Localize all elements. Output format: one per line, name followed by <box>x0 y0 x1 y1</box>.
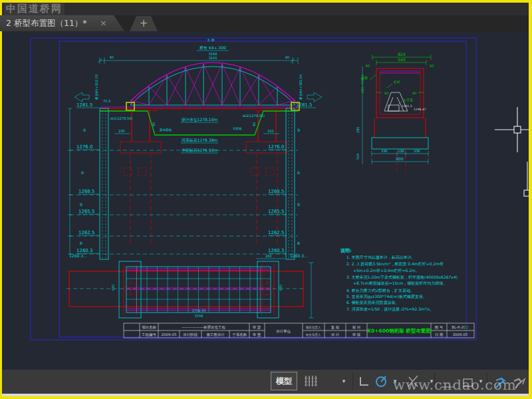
svg-text:桥长 K4+.300: 桥长 K4+.300 <box>199 45 226 50</box>
drawing-tab[interactable]: 2 桥型布置图（11）* × <box>0 15 124 31</box>
status-bar: 模型 ▾ ▾ <box>2 370 529 394</box>
svg-text:BL-6-2(1): BL-6-2(1) <box>452 325 469 329</box>
svg-text:+5m+0.2m带+0.4m栏杆=6.2m。: +5m+0.2m带+0.4m栏杆=6.2m。 <box>353 268 420 273</box>
polar-tracking-icon <box>373 373 389 389</box>
annotation-scale-button[interactable] <box>490 372 509 390</box>
svg-text:650: 650 <box>279 284 283 291</box>
app-inner: 中国道桥网 2 桥型布置图（11）* × + 主 桥 桥长 K4+.300 31… <box>2 3 529 396</box>
grid-display-button[interactable] <box>301 372 319 390</box>
svg-text:1281.5: 1281.5 <box>76 102 93 108</box>
file-tab-bar: 2 桥型布置图（11）* × + <box>2 15 529 31</box>
title-block: 项目名称 ——————桥梁改造工程 审 定 工程编号 2009-05 设计阶段 … <box>124 323 474 338</box>
svg-text:设计水位1278.10m: 设计水位1278.10m <box>182 117 218 122</box>
svg-text:⑥: ⑥ <box>297 241 300 245</box>
crosshair-cursor <box>495 107 529 152</box>
new-tab-button[interactable]: + <box>130 16 158 31</box>
snap-dropdown[interactable]: ▾ <box>339 372 348 390</box>
svg-text:专业负责人: 专业负责人 <box>306 333 321 336</box>
svg-text:③: ③ <box>82 128 86 132</box>
autoscale-icon <box>460 374 474 388</box>
app-window: 中国道桥网 2 桥型布置图（11）* × + 主 桥 桥长 K4+.300 31… <box>0 0 532 399</box>
model-space-button[interactable]: 模型 <box>271 372 297 390</box>
left-abutment <box>120 110 161 246</box>
autoscale-button[interactable] <box>459 372 475 390</box>
annotation-scale-icon <box>491 372 508 390</box>
annotation-pencil-icon <box>439 373 455 389</box>
polar-dropdown[interactable]: ▾ <box>390 372 400 390</box>
borehole-left <box>100 108 108 259</box>
svg-text:图 号: 图 号 <box>435 325 444 330</box>
title-bar: 中国道桥网 <box>2 3 529 15</box>
svg-text:+8.7cm桥面铺装层=15cm，钢桁架杆件均为焊接。: +8.7cm桥面铺装层=15cm，钢桁架杆件均为焊接。 <box>353 281 448 286</box>
svg-text:1262.5: 1262.5 <box>78 230 95 235</box>
ortho-icon <box>357 374 370 388</box>
right-arrow-icon <box>307 92 322 102</box>
svg-text:审 查: 审 查 <box>253 332 261 336</box>
autoscale-dropdown[interactable]: ▾ <box>476 372 485 390</box>
svg-text:K0+600钢桁架 桥型布置图: K0+600钢桁架 桥型布置图 <box>367 328 431 334</box>
svg-text:人行道: 人行道 <box>403 98 413 102</box>
svg-text:7. 河床纵坡=1/50，设计流量 /2%=92.3m³/s: 7. 河床纵坡=1/50，设计流量 /2%=92.3m³/s。 <box>346 307 434 312</box>
svg-text:复 核: 复 核 <box>331 325 340 330</box>
grid-icon <box>303 374 317 388</box>
workspace-icon <box>510 372 527 390</box>
svg-text:60: 60 <box>366 64 370 68</box>
right-abutment <box>246 110 287 246</box>
svg-text:504: 504 <box>356 153 360 160</box>
left-arrow-icon <box>74 92 89 102</box>
svg-text:项目名称: 项目名称 <box>142 325 157 330</box>
svg-text:40: 40 <box>412 91 416 95</box>
svg-text:桥台K4+382.64: 桥台K4+382.64 <box>299 74 303 100</box>
deck-bearing-blocks <box>126 102 299 110</box>
svg-text:栏杆: 栏杆 <box>393 80 400 84</box>
svg-text:1262.5: 1262.5 <box>268 230 285 235</box>
notes-block: 说明: 1. 本图尺寸均以厘米计，标高以米计。 2. 2. 人群荷载3.5kn/… <box>340 248 458 312</box>
svg-text:河床线: 河床线 <box>233 127 242 130</box>
svg-text:2009.05: 2009.05 <box>453 332 468 336</box>
svg-text:工程编号: 工程编号 <box>142 332 157 337</box>
tab-close-icon[interactable]: × <box>100 15 107 31</box>
svg-text:1268.5: 1268.5 <box>78 189 95 194</box>
cross-section-view: 820 540 60 60 40 40 悬臂 栏杆 人行道 290~559.3 … <box>356 52 434 172</box>
model-space-canvas[interactable]: 主 桥 桥长 K4+.300 3168 3100 40 40 桥台K4+302.… <box>2 31 529 370</box>
svg-text:1281.5: 1281.5 <box>296 102 313 108</box>
edge-glyph <box>524 162 529 196</box>
annotation-visibility-button[interactable] <box>438 372 456 390</box>
svg-text:40: 40 <box>384 91 388 95</box>
svg-text:⑤: ⑤ <box>297 202 300 207</box>
svg-text:40: 40 <box>110 55 114 59</box>
svg-text:1265.5: 1265.5 <box>268 209 285 214</box>
svg-text:260: 260 <box>265 254 272 258</box>
svg-text:40: 40 <box>285 55 289 59</box>
svg-text:施工图设计: 施工图设计 <box>206 332 225 337</box>
svg-text:336: 336 <box>414 149 420 153</box>
svg-text:设 计: 设 计 <box>331 332 340 336</box>
plan-view: 1260.3… 1260.3… 260 1704.33 3708 650 650 <box>66 251 314 318</box>
polar-tracking-button[interactable] <box>372 372 390 390</box>
drawing-tab-label: 2 桥型布置图（11）* <box>6 18 87 28</box>
svg-text:河床标高1278.38m: 河床标高1278.38m <box>182 138 218 143</box>
svg-text:zk2(1278.56): zk2(1278.56) <box>243 114 265 118</box>
svg-text:设计单位: 设计单位 <box>276 329 291 333</box>
site-watermark: 中国道桥网 <box>4 3 65 15</box>
svg-text:128: 128 <box>398 149 404 153</box>
borehole-right <box>286 108 295 259</box>
object-snap-button[interactable] <box>404 372 422 390</box>
svg-text:审 核: 审 核 <box>352 332 361 336</box>
svg-text:2. 2. 人群荷载3.5kn/m²，桥面宽 0.4m栏杆+: 2. 2. 人群荷载3.5kn/m²，桥面宽 0.4m栏杆+0.2m带 <box>346 261 444 267</box>
svg-text:60: 60 <box>430 64 434 68</box>
svg-text:650: 650 <box>111 284 115 291</box>
snap-grid-icon <box>323 374 338 388</box>
pickbox <box>514 126 521 133</box>
ortho-mode-button[interactable] <box>356 372 372 390</box>
snap-mode-button[interactable] <box>322 372 339 390</box>
svg-text:2009-05: 2009-05 <box>162 332 177 336</box>
svg-text:3100: 3100 <box>209 56 217 60</box>
svg-text:1704.33: 1704.33 <box>192 309 206 313</box>
svg-text:⑥: ⑥ <box>79 241 82 245</box>
workspace-switching-button[interactable] <box>510 372 527 390</box>
elevation-view: 主 桥 桥长 K4+.300 3168 3100 40 40 桥台K4+302.… <box>68 38 322 259</box>
svg-text:3708: 3708 <box>195 314 203 318</box>
svg-text:说明:: 说明: <box>340 248 352 253</box>
svg-text:310: 310 <box>267 129 274 133</box>
